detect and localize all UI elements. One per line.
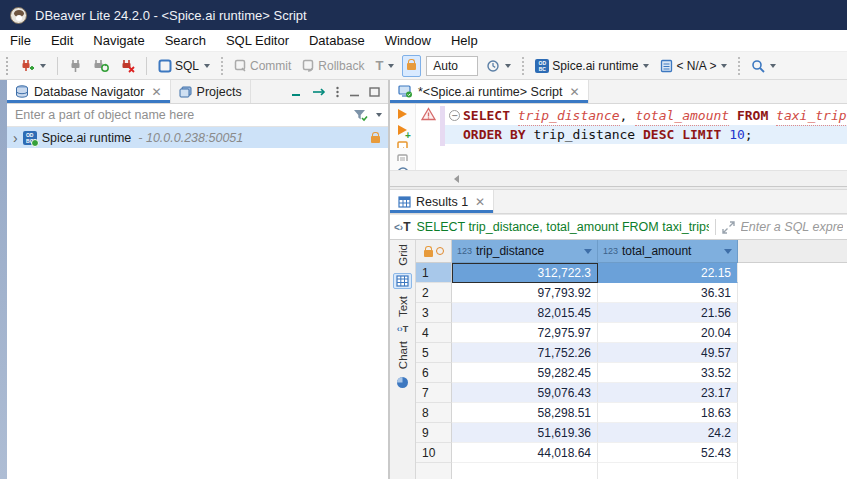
close-icon[interactable]: ✕ (570, 85, 580, 99)
table-row[interactable]: 10 44,018.64 52.43 (416, 443, 847, 463)
menu-item-file[interactable]: File (10, 33, 31, 48)
commit-icon (234, 59, 247, 72)
editor-toolbar (390, 104, 416, 170)
expander-icon[interactable]: › (13, 133, 18, 143)
table-row[interactable]: 1 312,722.3 22.15 (416, 263, 847, 283)
transaction-mode-button[interactable]: T (372, 56, 397, 75)
table-row[interactable]: 5 71,752.26 49.57 (416, 343, 847, 363)
fold-collapse-icon[interactable]: − (449, 110, 460, 121)
object-filter-input[interactable] (15, 108, 347, 122)
editor-horizontal-scrollbar[interactable] (390, 170, 847, 186)
tab-database-navigator[interactable]: Database Navigator ✕ (7, 80, 171, 103)
execute-script-icon[interactable] (396, 141, 410, 148)
execute-new-tab-button[interactable] (398, 125, 407, 135)
dbeaver-app-icon (10, 7, 27, 24)
pie-chart-icon[interactable] (396, 376, 409, 389)
table-row[interactable]: 7 59,076.43 23.17 (416, 383, 847, 403)
close-icon[interactable]: ✕ (151, 85, 161, 99)
numeric-type-icon: 123 (603, 246, 618, 256)
results-grid: 123 trip_distance 123 total_amount 1 (416, 240, 847, 479)
lock-icon (371, 136, 380, 143)
active-schema-selector[interactable]: < N/A > (657, 57, 730, 75)
table-row[interactable]: 2 97,793.92 36.31 (416, 283, 847, 303)
table-row[interactable]: 9 51,619.36 24.2 (416, 423, 847, 443)
minimize-view-icon[interactable] (349, 87, 360, 97)
window-titlebar: DBeaver Lite 24.2.0 - <Spice.ai runtime>… (0, 0, 847, 30)
scroll-left-icon[interactable] (454, 175, 459, 183)
sort-filter-icon[interactable] (724, 249, 732, 254)
table-row[interactable]: 6 59,282.45 33.52 (416, 363, 847, 383)
tab-sql-script[interactable]: *<Spice.ai runtime> Script ✕ (390, 80, 589, 103)
sql-line-1: −SELECT trip_distance, total_amount FROM… (445, 106, 847, 125)
active-connection-selector[interactable]: ODBC Spice.ai runtime (532, 57, 652, 75)
search-button[interactable] (748, 57, 779, 75)
filter-icon[interactable] (353, 109, 368, 122)
commit-button[interactable]: Commit (231, 57, 294, 75)
tab-text-label[interactable]: Text (397, 296, 409, 317)
result-view-tabs: Grid Text ‹›T Chart (390, 240, 416, 479)
transaction-log-button[interactable] (483, 57, 514, 75)
close-icon[interactable]: ✕ (475, 195, 485, 209)
results-tab-strip: Results 1 ✕ (390, 190, 847, 214)
sql-identifier: total_amount (635, 106, 729, 126)
table-row[interactable]: 3 82,015.45 21.56 (416, 303, 847, 323)
sql-code-area[interactable]: −SELECT trip_distance, total_amount FROM… (445, 104, 847, 170)
sql-icon (158, 59, 172, 73)
menu-item-edit[interactable]: Edit (51, 33, 73, 48)
filter-expression-input[interactable]: Enter a SQL expression to (741, 220, 843, 234)
connection-name: Spice.ai runtime (42, 131, 132, 145)
plug-disconnect-icon (120, 59, 135, 73)
schema-icon (660, 59, 673, 73)
table-row[interactable]: 4 72,975.97 20.04 (416, 323, 847, 343)
tab-chart-label[interactable]: Chart (397, 341, 409, 369)
numeric-type-icon: 123 (457, 246, 472, 256)
expand-filter-icon[interactable] (722, 221, 735, 234)
tab-grid[interactable] (393, 273, 412, 289)
grid-icon (398, 196, 411, 208)
new-connection-button[interactable] (17, 57, 49, 75)
connection-tree: › ODBC Spice.ai runtime - 10.0.0.238:500… (7, 127, 388, 479)
sql-keyword: FROM (729, 106, 776, 125)
plug-refresh-icon (93, 59, 109, 73)
maximize-view-icon[interactable] (369, 87, 380, 97)
tab-grid-label[interactable]: Grid (397, 244, 409, 266)
chevron-down-icon[interactable] (376, 113, 382, 117)
circle-icon (436, 247, 444, 255)
tab-projects[interactable]: Projects (171, 80, 251, 103)
column-header-trip-distance[interactable]: 123 trip_distance (452, 240, 598, 263)
view-menu-icon[interactable] (335, 86, 340, 98)
tab-text[interactable]: ‹›T (397, 324, 409, 334)
sort-filter-icon[interactable] (584, 249, 592, 254)
sql-editor-button[interactable]: SQL (155, 57, 213, 75)
toolbar-drag-handle[interactable] (6, 57, 10, 75)
menu-item-window[interactable]: Window (385, 33, 431, 48)
table-row[interactable]: 8 58,298.51 18.63 (416, 403, 847, 423)
link-editor-icon[interactable] (312, 87, 326, 97)
sql-number: 10 (729, 125, 745, 144)
sql-keyword: SELECT (463, 106, 518, 125)
connection-lock-button[interactable] (402, 55, 421, 77)
script-log-icon[interactable] (396, 154, 410, 161)
tab-results-1[interactable]: Results 1 ✕ (390, 190, 494, 213)
menu-item-database[interactable]: Database (309, 33, 365, 48)
plug-new-icon (20, 59, 35, 73)
rollback-button[interactable]: Rollback (299, 57, 367, 75)
reconnect-button[interactable] (90, 57, 112, 75)
column-header-total-amount[interactable]: 123 total_amount (598, 240, 738, 263)
lock-icon (424, 250, 433, 257)
disconnect-button[interactable] (117, 57, 138, 75)
menu-item-help[interactable]: Help (451, 33, 478, 48)
tree-item-spice-connection[interactable]: › ODBC Spice.ai runtime - 10.0.0.238:500… (7, 127, 388, 148)
sql-editor: −SELECT trip_distance, total_amount FROM… (390, 104, 847, 170)
commit-mode-combo[interactable]: Auto (426, 56, 478, 76)
connect-button[interactable] (66, 57, 85, 75)
sql-keyword: DESC LIMIT (635, 125, 729, 144)
chevron-down-icon (770, 64, 776, 68)
execute-statement-button[interactable] (398, 109, 407, 119)
menu-item-navigate[interactable]: Navigate (93, 33, 144, 48)
menu-item-sql-editor[interactable]: SQL Editor (226, 33, 289, 48)
grid-corner-cell[interactable] (416, 240, 452, 263)
menu-item-search[interactable]: Search (165, 33, 206, 48)
chevron-down-icon (721, 64, 727, 68)
minimize-panel-icon[interactable] (291, 87, 303, 97)
